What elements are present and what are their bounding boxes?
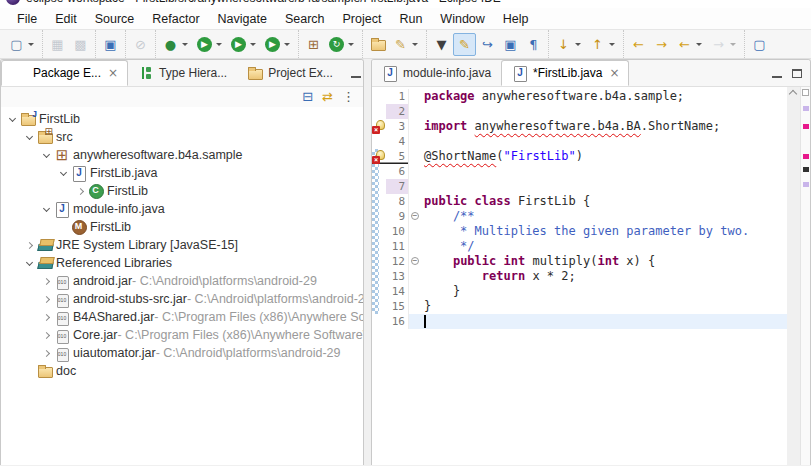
error-quickfix-icon[interactable]: ×: [372, 120, 385, 133]
tree-item-doc[interactable]: doc: [1, 362, 363, 380]
tab-project-explorer[interactable]: Project Ex...: [237, 60, 343, 86]
expanded-arrow-icon[interactable]: [57, 172, 70, 175]
collapse-all-icon[interactable]: ⊟: [302, 90, 313, 104]
menu-refactor[interactable]: Refactor: [143, 10, 208, 28]
collapsed-arrow-icon[interactable]: [23, 243, 36, 248]
tree-item-firstlib[interactable]: JFirstLib: [1, 110, 363, 128]
error-quickfix-icon[interactable]: ×: [372, 150, 385, 163]
tree-item-module-info-java[interactable]: module-info.java: [1, 200, 363, 218]
show-whitespace-button[interactable]: ¶: [522, 33, 545, 56]
collapsed-arrow-icon[interactable]: [40, 279, 53, 284]
mark-occurrences-button[interactable]: ✎: [453, 33, 476, 56]
overview-marker-5[interactable]: [803, 182, 809, 187]
code-area[interactable]: 1package anywheresoftware.b4a.sample;2×3…: [372, 87, 787, 465]
last-edit-location-button[interactable]: ←: [627, 33, 650, 56]
code-line-6[interactable]: 6: [372, 164, 787, 179]
new-wizard-button[interactable]: ▢: [5, 33, 39, 56]
tree-item-src[interactable]: ⊞src: [1, 128, 363, 146]
minimize-panel-icon[interactable]: [772, 69, 782, 78]
link-with-editor-button[interactable]: ↪: [476, 33, 499, 56]
collapsed-arrow-icon[interactable]: [40, 351, 53, 356]
fold-collapse-icon[interactable]: −: [411, 212, 419, 220]
tab-package-explorer[interactable]: Package E...×: [1, 60, 128, 86]
back-history-button[interactable]: ←: [673, 33, 707, 56]
collapsed-arrow-icon[interactable]: [40, 297, 53, 302]
tab-firstlib[interactable]: *FirstLib.java×: [501, 60, 629, 86]
tree-item-firstlib[interactable]: FirstLib: [1, 218, 363, 236]
code-line-5[interactable]: ×5@ShortName("FirstLib"): [372, 149, 787, 164]
vertical-scrollbar[interactable]: [787, 87, 800, 465]
tree-item-firstlib[interactable]: FirstLib: [1, 182, 363, 200]
scroll-up-arrow-icon[interactable]: [789, 90, 797, 98]
debug-dropdown-icon[interactable]: [182, 43, 188, 46]
expanded-arrow-icon[interactable]: [40, 208, 53, 211]
new-wizard-dropdown-icon[interactable]: [28, 43, 34, 46]
code-line-1[interactable]: 1package anywheresoftware.b4a.sample;: [372, 89, 787, 104]
code-line-8[interactable]: 8public class FirstLib {: [372, 194, 787, 209]
profile-button[interactable]: ▶: [261, 33, 295, 56]
collapsed-arrow-icon[interactable]: [40, 315, 53, 320]
menu-navigate[interactable]: Navigate: [209, 10, 276, 28]
save-button[interactable]: ▦: [46, 33, 69, 56]
pin-editor-button[interactable]: ▢: [748, 33, 771, 56]
search-button[interactable]: ✎: [389, 33, 423, 56]
coverage-dropdown-icon[interactable]: [250, 43, 256, 46]
code-line-13[interactable]: 13 return x * 2;: [372, 269, 787, 284]
maximize-panel-icon[interactable]: [792, 69, 802, 78]
profile-dropdown-icon[interactable]: [284, 43, 290, 46]
menu-help[interactable]: Help: [494, 10, 538, 28]
expanded-arrow-icon[interactable]: [40, 154, 53, 157]
tree-item-jre-system-library-javase-15-[interactable]: JRE System Library [JavaSE-15]: [1, 236, 363, 254]
open-resource-button[interactable]: [366, 33, 389, 55]
link-with-editor-icon[interactable]: ⇄: [322, 90, 333, 104]
next-edit-location-button[interactable]: →: [650, 33, 673, 56]
open-console-button[interactable]: ▣: [99, 33, 122, 56]
minimize-panel-icon[interactable]: [351, 69, 361, 78]
show-selected-element-button[interactable]: ▣: [499, 33, 522, 56]
menu-run[interactable]: Run: [390, 10, 431, 28]
tree-item-firstlib-java[interactable]: FirstLib.java: [1, 164, 363, 182]
new-java-project-button[interactable]: ⊞: [302, 33, 325, 56]
code-line-3[interactable]: ×3import anywheresoftware.b4a.BA.ShortNa…: [372, 119, 787, 134]
next-annotation-button[interactable]: ↓: [552, 33, 586, 56]
tree-item-uiautomator-jar[interactable]: uiautomator.jar - C:\Android\platforms\a…: [1, 344, 363, 362]
next-annotation-dropdown-icon[interactable]: [575, 43, 581, 46]
overview-marker-2[interactable]: [803, 124, 809, 129]
code-line-9[interactable]: 9− /**: [372, 209, 787, 224]
tab-firstlib-close-icon[interactable]: ×: [609, 66, 619, 80]
menu-edit[interactable]: Edit: [46, 10, 86, 28]
tree-item-android-jar[interactable]: android.jar - C:\Android\platforms\andro…: [1, 272, 363, 290]
fold-collapse-icon[interactable]: −: [411, 257, 419, 265]
code-line-7[interactable]: 7: [372, 179, 787, 194]
menu-window[interactable]: Window: [431, 10, 493, 28]
view-menu-icon[interactable]: ⋮: [342, 90, 355, 104]
external-tools-dropdown-icon[interactable]: [348, 43, 354, 46]
menu-file[interactable]: File: [8, 10, 46, 28]
tab-package-explorer-close-icon[interactable]: ×: [108, 66, 118, 80]
tab-type-hierarchy[interactable]: Type Hiera...: [128, 60, 237, 86]
forward-history-button[interactable]: →: [707, 33, 741, 56]
code-line-14[interactable]: 14 }: [372, 284, 787, 299]
previous-annotation-dropdown-icon[interactable]: [609, 43, 615, 46]
overview-ruler[interactable]: [800, 87, 810, 465]
run-button[interactable]: ▶: [193, 33, 227, 56]
expanded-arrow-icon[interactable]: [23, 262, 36, 265]
tree-item-android-stubs-src-jar[interactable]: android-stubs-src.jar - C:\Android\platf…: [1, 290, 363, 308]
menu-search[interactable]: Search: [276, 10, 334, 28]
code-line-15[interactable]: 15}: [372, 299, 787, 314]
breadcrumb-toggle-button[interactable]: ▼: [430, 33, 453, 56]
coverage-button[interactable]: ▶: [227, 33, 261, 56]
back-history-dropdown-icon[interactable]: [696, 43, 702, 46]
overview-marker-3[interactable]: [803, 154, 809, 159]
menu-project[interactable]: Project: [334, 10, 391, 28]
search-dropdown-icon[interactable]: [412, 43, 418, 46]
save-all-button[interactable]: ▩: [69, 33, 92, 56]
run-dropdown-icon[interactable]: [216, 43, 222, 46]
tree-item-anywheresoftware-b4a-sample[interactable]: ⊞anywheresoftware.b4a.sample: [1, 146, 363, 164]
tree-item-core-jar[interactable]: Core.jar - C:\Program Files (x86)\Anywhe…: [1, 326, 363, 344]
overview-marker-1[interactable]: [803, 106, 809, 111]
expanded-arrow-icon[interactable]: [6, 118, 19, 121]
tab-module-info[interactable]: module-info.java: [372, 60, 501, 86]
tree-item-referenced-libraries[interactable]: Referenced Libraries: [1, 254, 363, 272]
debug-button[interactable]: ●: [159, 33, 193, 56]
